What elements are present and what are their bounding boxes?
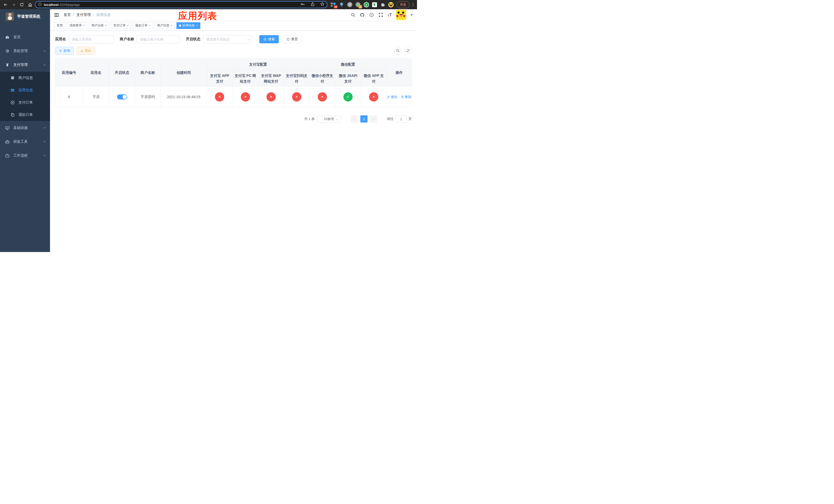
col-wx-lite: 微信小程序支付: [310, 70, 335, 87]
sidebar-item-app-info[interactable]: 应用信息: [0, 84, 50, 96]
tag-refund-orders[interactable]: 退款订单×: [133, 22, 153, 29]
ext-camera-icon[interactable]: 1: [355, 2, 361, 7]
alipay-wap-status: [266, 92, 276, 101]
chevron-down-icon: [43, 140, 46, 144]
close-icon[interactable]: ×: [127, 24, 129, 27]
tag-app-info[interactable]: 应用信息×: [176, 22, 200, 29]
site-info-icon[interactable]: [38, 2, 42, 7]
add-button[interactable]: 新增: [55, 47, 74, 54]
sidebar-item-workflow[interactable]: 工作流程: [0, 149, 50, 162]
app-name-label: 应用名: [55, 37, 66, 42]
col-group-wechat: 微信配置: [310, 59, 387, 70]
sidebar-menu: 首页 系统管理 ¥ 支付管理: [0, 30, 50, 162]
ext-blocks-icon[interactable]: 10: [331, 2, 336, 7]
profile-avatar[interactable]: [388, 2, 394, 7]
bookmark-star-icon[interactable]: [320, 2, 324, 7]
delete-link[interactable]: 删除: [401, 95, 411, 99]
help-icon[interactable]: ?: [369, 12, 374, 18]
sidebar-item-infrastructure[interactable]: 基础设施: [0, 121, 50, 135]
ext-notes-icon[interactable]: [372, 2, 377, 7]
browser-home-icon[interactable]: [27, 1, 33, 8]
sidebar-item-refund-orders[interactable]: 退款订单: [0, 109, 50, 121]
fullscreen-icon[interactable]: [378, 12, 383, 18]
status-toggle[interactable]: [117, 94, 127, 99]
font-size-icon[interactable]: TT: [388, 13, 392, 17]
close-icon[interactable]: ×: [105, 24, 106, 27]
page-size-select[interactable]: 10条/页: [317, 115, 341, 122]
extensions-puzzle-icon[interactable]: [380, 2, 386, 7]
yen-circle-icon: ¥: [10, 100, 15, 105]
cell-merchant: 芋道源码: [135, 87, 160, 107]
dashboard-icon: [5, 35, 9, 40]
alipay-pc-status: [241, 92, 250, 101]
app-logo[interactable]: 芋道管理系统: [0, 9, 50, 24]
sidebar-item-payment[interactable]: ¥ 支付管理: [0, 58, 50, 72]
tag-merchant-info[interactable]: 商户信息×: [155, 22, 175, 29]
ext-command-icon[interactable]: ⌘: [347, 2, 353, 7]
cell-app-name: 芋道: [83, 87, 109, 107]
toolbox-icon: [5, 140, 9, 144]
merchant-name-label: 商户名称: [120, 37, 134, 42]
shop-icon: [10, 76, 15, 80]
pagination: 共 1 条 10条/页 ‹ 1 › 前往 页: [55, 115, 412, 122]
alipay-app-status: [215, 92, 224, 101]
page-number[interactable]: 1: [360, 115, 368, 122]
app-name-input[interactable]: [68, 35, 114, 43]
sidebar-item-pay-orders[interactable]: ¥ 支付订单: [0, 96, 50, 109]
breadcrumb-home[interactable]: 首页: [64, 13, 71, 17]
wx-jsapi-status: [344, 92, 353, 101]
tag-process-form[interactable]: 流程表单×: [67, 22, 87, 29]
close-icon[interactable]: ×: [196, 24, 197, 27]
page-container: 应用名 商户名称 开启状态 搜索 重置: [50, 31, 417, 252]
table-row: 6 芋道 芋道源码 2021-10-23 08:49:25: [56, 87, 412, 107]
sidebar-item-system[interactable]: 系统管理: [0, 44, 50, 58]
browser-forward-icon[interactable]: [10, 1, 17, 8]
sidebar-item-home[interactable]: 首页: [0, 30, 50, 44]
chrome-update-button[interactable]: 更新: [397, 1, 410, 8]
browser-reload-icon[interactable]: [19, 1, 25, 8]
address-bar[interactable]: localhost:1024/pay/app: [35, 1, 328, 8]
avatar-caret-icon[interactable]: [410, 14, 413, 17]
sidebar-collapse-icon[interactable]: [54, 13, 59, 17]
close-icon[interactable]: ×: [171, 24, 172, 27]
browser-menu-icon[interactable]: [411, 3, 415, 6]
search-icon[interactable]: [351, 12, 356, 18]
chevron-down-icon: [43, 126, 46, 130]
table-toolbar: 新增 导出: [55, 47, 412, 54]
tag-user-group[interactable]: 用户分组×: [89, 22, 109, 29]
edit-link[interactable]: 修改: [387, 95, 397, 99]
url-text: localhost:1024/pay/app: [44, 3, 80, 7]
password-key-icon[interactable]: [301, 2, 305, 7]
breadcrumb-section[interactable]: 支付管理: [76, 13, 91, 17]
goto-page-input[interactable]: [396, 115, 407, 122]
export-button[interactable]: 导出: [76, 47, 95, 54]
tag-home[interactable]: 首页: [54, 22, 65, 29]
user-avatar[interactable]: [396, 10, 406, 20]
sidebar-item-merchant-info[interactable]: 商户信息: [0, 72, 50, 84]
logo-rabbit-avatar: [6, 12, 14, 21]
monitor-icon: [5, 126, 9, 130]
search-button[interactable]: 搜索: [259, 35, 279, 43]
navbar-actions: ? TT: [351, 10, 413, 20]
next-page-button[interactable]: ›: [370, 115, 377, 122]
breadcrumb-current: 应用信息: [96, 13, 111, 17]
ext-y-icon[interactable]: y: [364, 2, 369, 7]
browser-back-icon[interactable]: [2, 1, 9, 8]
total-count: 共 1 条: [304, 117, 315, 121]
status-select[interactable]: [203, 35, 252, 43]
svg-text:¥: ¥: [12, 101, 13, 104]
ext-kite-icon[interactable]: [339, 2, 345, 7]
prev-page-button[interactable]: ‹: [351, 115, 358, 122]
refresh-button[interactable]: [404, 47, 412, 54]
merchant-name-input[interactable]: [137, 35, 180, 43]
sidebar-item-dev-tools[interactable]: 研发工具: [0, 135, 50, 149]
toggle-search-button[interactable]: [394, 47, 402, 54]
close-icon[interactable]: ×: [149, 24, 150, 27]
tag-pay-orders[interactable]: 支付订单×: [111, 22, 131, 29]
close-icon[interactable]: ×: [83, 24, 85, 27]
reset-button[interactable]: 重置: [282, 35, 302, 43]
share-icon[interactable]: [311, 2, 315, 7]
filter-form: 应用名 商户名称 开启状态 搜索 重置: [55, 35, 412, 43]
browser-toolbar: localhost:1024/pay/app 10 ⌘ 1 y: [0, 0, 417, 9]
github-icon[interactable]: [360, 12, 365, 18]
